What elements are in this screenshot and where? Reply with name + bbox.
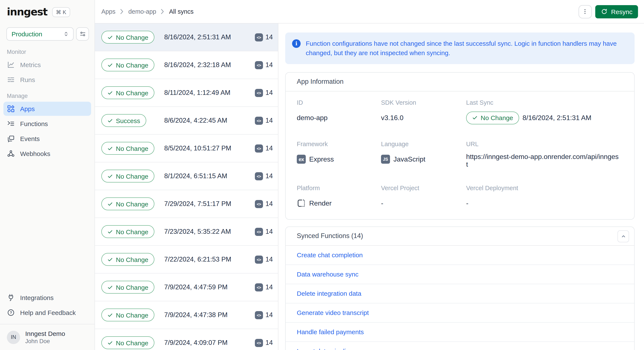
sidebar-item-runs[interactable]: Runs bbox=[4, 73, 91, 87]
vercel-project-label: Vercel Project bbox=[381, 184, 462, 191]
synced-functions-list: Create chat completion Data warehouse sy… bbox=[286, 246, 634, 350]
synced-functions-count: 14 bbox=[266, 228, 273, 236]
function-link[interactable]: Delete integration data bbox=[297, 290, 361, 297]
sidebar-item-apps[interactable]: Apps bbox=[4, 102, 91, 116]
framework-value: Express bbox=[309, 155, 334, 163]
sync-status-badge: No Change bbox=[101, 225, 154, 238]
function-link[interactable]: Create chat completion bbox=[297, 251, 363, 259]
sync-row[interactable]: No Change 7/9/2024, 4:47:59 PM <> 14 bbox=[95, 274, 278, 301]
chevron-up-down-icon bbox=[63, 31, 69, 37]
collapse-button[interactable] bbox=[618, 230, 629, 242]
check-icon bbox=[107, 229, 113, 234]
breadcrumb-demo-app[interactable]: demo-app bbox=[128, 8, 156, 15]
synced-functions-count: 14 bbox=[266, 283, 273, 291]
sync-status-badge: No Change bbox=[101, 253, 154, 266]
function-link[interactable]: Import data pipeline bbox=[297, 348, 353, 350]
sidebar-item-help[interactable]: ? Help and Feedback bbox=[4, 306, 91, 320]
breadcrumb-apps[interactable]: Apps bbox=[101, 8, 116, 15]
vercel-project-value: - bbox=[381, 197, 462, 210]
sync-history-list: No Change 8/16/2024, 2:51:31 AM <> 14 bbox=[95, 23, 278, 350]
function-link[interactable]: Handle failed payments bbox=[297, 328, 364, 336]
functions-icon bbox=[7, 120, 15, 128]
app-information-title: App Information bbox=[297, 78, 344, 85]
environment-select[interactable]: Production bbox=[6, 27, 74, 41]
sync-timestamp: 7/9/2024, 4:09:07 PM bbox=[164, 339, 228, 347]
sync-row[interactable]: No Change 7/29/2024, 7:51:17 PM <> 14 bbox=[95, 190, 278, 218]
resync-button[interactable]: Resync bbox=[595, 5, 638, 18]
code-icon: <> bbox=[255, 61, 263, 69]
function-link[interactable]: Generate video transcript bbox=[297, 309, 369, 316]
code-icon: <> bbox=[255, 228, 263, 236]
check-icon bbox=[107, 34, 113, 40]
check-icon bbox=[107, 201, 113, 207]
code-icon: <> bbox=[255, 311, 263, 319]
id-value: demo-app bbox=[297, 111, 377, 124]
synced-functions-count: 14 bbox=[266, 311, 273, 319]
function-row: Delete integration data bbox=[286, 284, 634, 303]
code-icon: <> bbox=[255, 33, 263, 41]
synced-functions-count: 14 bbox=[266, 61, 273, 69]
sync-status-badge: No Change bbox=[101, 86, 154, 99]
sync-row[interactable]: No Change 7/9/2024, 4:47:38 PM <> 14 bbox=[95, 301, 278, 329]
sync-row[interactable]: No Change 8/11/2024, 1:12:49 AM <> 14 bbox=[95, 79, 278, 107]
function-row: Data warehouse sync bbox=[286, 265, 634, 284]
sidebar-item-metrics[interactable]: Metrics bbox=[4, 58, 91, 72]
sync-timestamp: 7/9/2024, 4:47:38 PM bbox=[164, 311, 228, 319]
environment-settings-button[interactable] bbox=[76, 27, 89, 41]
sync-row[interactable]: No Change 8/5/2024, 10:51:27 PM <> 14 bbox=[95, 135, 278, 162]
function-link[interactable]: Data warehouse sync bbox=[297, 271, 358, 278]
kebab-icon bbox=[582, 8, 588, 15]
sync-timestamp: 8/1/2024, 6:51:15 AM bbox=[164, 172, 227, 180]
sync-timestamp: 8/11/2024, 1:12:49 AM bbox=[164, 89, 230, 97]
account-menu[interactable]: IN Inngest Demo John Doe bbox=[0, 324, 94, 350]
sync-row[interactable]: Success 8/6/2024, 4:22:45 AM <> 14 bbox=[95, 107, 278, 135]
sidebar: inngest ⌘ K Production Monitor Metrics R… bbox=[0, 0, 95, 350]
synced-functions-count: 14 bbox=[266, 89, 273, 97]
id-label: ID bbox=[297, 99, 377, 106]
sync-timestamp: 8/16/2024, 2:32:18 AM bbox=[164, 61, 231, 69]
webhooks-icon bbox=[7, 150, 15, 158]
app-information-card: App Information ID demo-app SDK Version … bbox=[285, 72, 634, 219]
sync-status-badge: Success bbox=[101, 114, 146, 127]
sync-status-badge: No Change bbox=[101, 170, 154, 182]
avatar: IN bbox=[7, 331, 20, 344]
command-palette-shortcut[interactable]: ⌘ K bbox=[52, 7, 70, 17]
synced-functions-count: 14 bbox=[266, 33, 273, 41]
sync-status-badge: No Change bbox=[101, 197, 154, 210]
sync-timestamp: 7/29/2024, 7:51:17 PM bbox=[164, 200, 231, 208]
sync-row[interactable]: No Change 7/23/2024, 5:35:22 AM <> 14 bbox=[95, 218, 278, 246]
sync-row[interactable]: No Change 8/1/2024, 6:51:15 AM <> 14 bbox=[95, 162, 278, 190]
sidebar-item-integrations[interactable]: Integrations bbox=[4, 291, 91, 305]
chevron-right-icon bbox=[161, 9, 164, 14]
sidebar-item-functions[interactable]: Functions bbox=[4, 117, 91, 131]
info-banner-text: Function configurations have not changed… bbox=[306, 39, 628, 57]
check-icon bbox=[107, 62, 113, 68]
check-icon bbox=[107, 340, 113, 346]
language-label: Language bbox=[381, 140, 462, 147]
express-icon: ex bbox=[297, 155, 306, 164]
sync-status-badge: No Change bbox=[101, 336, 154, 349]
sync-row[interactable]: No Change 7/22/2024, 6:21:53 PM <> 14 bbox=[95, 246, 278, 274]
plug-icon bbox=[7, 294, 15, 302]
more-actions-button[interactable] bbox=[578, 5, 592, 18]
sync-row[interactable]: No Change 8/16/2024, 2:32:18 AM <> 14 bbox=[95, 51, 278, 79]
vercel-deployment-label: Vercel Deployment bbox=[466, 184, 619, 191]
main-area: Apps demo-app All syncs Resync bbox=[95, 0, 644, 350]
synced-functions-count: 14 bbox=[266, 200, 273, 208]
sidebar-item-events[interactable]: Events bbox=[4, 132, 91, 146]
svg-text:?: ? bbox=[10, 311, 12, 315]
last-sync-time: 8/16/2024, 2:51:31 AM bbox=[522, 114, 592, 122]
framework-label: Framework bbox=[297, 140, 377, 147]
account-user: John Doe bbox=[25, 338, 65, 345]
sync-status-badge: No Change bbox=[101, 58, 154, 71]
inngest-logo[interactable]: inngest bbox=[7, 6, 47, 18]
sync-timestamp: 8/6/2024, 4:22:45 AM bbox=[164, 117, 227, 124]
code-icon: <> bbox=[255, 116, 263, 125]
sidebar-item-webhooks[interactable]: Webhooks bbox=[4, 147, 91, 161]
sliders-icon bbox=[79, 30, 86, 38]
code-icon: <> bbox=[255, 339, 263, 347]
sync-row[interactable]: No Change 8/16/2024, 2:51:31 AM <> 14 bbox=[95, 23, 278, 51]
sync-row[interactable]: No Change 7/9/2024, 4:09:07 PM <> 14 bbox=[95, 329, 278, 350]
check-icon bbox=[107, 257, 113, 262]
synced-functions-title: Synced Functions (14) bbox=[297, 232, 363, 240]
